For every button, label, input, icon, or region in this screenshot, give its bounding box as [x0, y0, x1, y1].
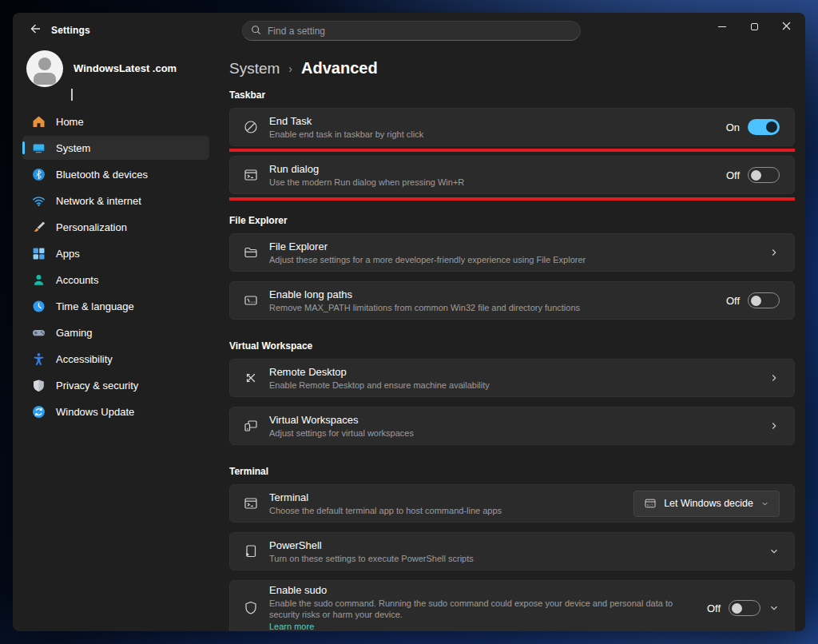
setting-card-end-task[interactable]: End Task Enable end task in taskbar by r… [229, 108, 795, 146]
setting-title: Enable long paths [269, 288, 720, 301]
setting-desc: Turn on these settings to execute PowerS… [269, 553, 762, 564]
setting-desc: Enable the sudo command. Running the sud… [269, 598, 701, 620]
setting-text: Enable long paths Remove MAX_PATH limita… [269, 288, 726, 313]
sidebar-item-label: Home [56, 116, 84, 128]
breadcrumb: System › Advanced [229, 59, 795, 81]
sidebar-item-home[interactable]: Home [22, 109, 209, 133]
search-box [242, 21, 581, 41]
sidebar-item-privacy-security[interactable]: Privacy & security [22, 373, 209, 397]
maximize-button[interactable] [738, 14, 770, 38]
sidebar-item-gaming[interactable]: Gaming [22, 320, 209, 344]
search-input[interactable] [268, 26, 572, 37]
setting-title: Remote Desktop [269, 366, 762, 379]
search-icon [251, 24, 261, 38]
home-icon [32, 115, 46, 129]
toggle-knob [732, 603, 742, 614]
windows-update-icon [32, 405, 46, 419]
long-paths-toggle[interactable] [748, 292, 780, 308]
sudo-toggle[interactable] [729, 600, 760, 616]
system-icon [32, 141, 46, 155]
end-task-icon [243, 119, 259, 135]
minimize-icon [718, 26, 726, 27]
toggle-knob [766, 121, 777, 133]
setting-card-powershell[interactable]: PowerShell Turn on these settings to exe… [229, 532, 795, 570]
network-icon [32, 194, 46, 208]
long-paths-icon [243, 292, 259, 308]
sidebar-item-label: Accounts [56, 274, 98, 286]
learn-more-link[interactable]: Learn more [269, 621, 314, 631]
setting-title: File Explorer [269, 241, 762, 253]
back-button[interactable] [23, 19, 47, 42]
setting-text: File Explorer Adjust these settings for … [269, 241, 768, 265]
sidebar-item-label: Windows Update [56, 406, 134, 418]
sidebar-item-personalization[interactable]: Personalization [22, 215, 209, 239]
end-task-toggle[interactable] [748, 119, 780, 135]
setting-card-enable-sudo[interactable]: Enable sudo Enable the sudo command. Run… [229, 580, 795, 631]
setting-text: Terminal Choose the default terminal app… [269, 491, 633, 516]
sidebar-item-label: Apps [56, 248, 80, 260]
setting-control: C:\ Let Windows decide [633, 491, 780, 517]
toggle-state-label: On [726, 121, 740, 133]
expand-chevron-down-icon[interactable] [768, 546, 780, 557]
minimize-button[interactable] [706, 14, 738, 38]
setting-card-virtual-workspaces[interactable]: Virtual Workspaces Adjust settings for v… [229, 407, 795, 445]
terminal-dropdown[interactable]: C:\ Let Windows decide [633, 491, 780, 517]
sidebar-item-system[interactable]: System [22, 136, 209, 160]
svg-text:C:\: C:\ [647, 503, 653, 507]
close-button[interactable] [770, 14, 802, 38]
setting-control: Off [726, 167, 780, 183]
privacy-security-icon [32, 379, 46, 392]
close-icon [782, 19, 791, 34]
accounts-icon [32, 273, 46, 287]
setting-card-run-dialog[interactable]: Run dialog Use the modern Run dialog whe… [229, 156, 795, 194]
bluetooth-icon [32, 168, 46, 181]
section-title-file-explorer: File Explorer [229, 215, 795, 226]
chevron-down-icon [760, 499, 769, 508]
expand-chevron-down-icon[interactable] [768, 602, 780, 614]
selection-indicator [22, 141, 25, 154]
toggle-state-label: Off [726, 169, 740, 181]
sidebar-item-label: Network & internet [56, 195, 141, 207]
back-arrow-icon [29, 22, 42, 38]
avatar[interactable] [26, 50, 63, 87]
sidebar-item-apps[interactable]: Apps [22, 241, 209, 265]
toggle-knob [751, 170, 761, 181]
maximize-icon [751, 23, 758, 30]
sudo-setting-wrap: Enable sudo Enable the sudo command. Run… [229, 580, 795, 631]
setting-card-enable-long-paths[interactable]: Enable long paths Remove MAX_PATH limita… [229, 281, 795, 320]
setting-card-remote-desktop[interactable]: Remote Desktop Enable Remote Desktop and… [229, 359, 795, 397]
sidebar-item-windows-update[interactable]: Windows Update [22, 400, 209, 423]
setting-control [768, 247, 780, 258]
gaming-icon [32, 326, 46, 340]
settings-content: System › Advanced Taskbar End Task Enabl… [229, 48, 795, 631]
sidebar-item-accessibility[interactable]: Accessibility [22, 347, 209, 371]
setting-control: Off [726, 292, 780, 308]
setting-control: Off [707, 600, 780, 616]
setting-text: Virtual Workspaces Adjust settings for v… [269, 414, 768, 439]
run-dialog-toggle[interactable] [748, 167, 780, 183]
setting-card-terminal[interactable]: Terminal Choose the default terminal app… [229, 484, 795, 523]
sidebar-item-label: Bluetooth & devices [56, 169, 148, 181]
sidebar-item-time-language[interactable]: Time & language [22, 294, 209, 318]
setting-title: Virtual Workspaces [269, 414, 762, 427]
sidebar-item-bluetooth-devices[interactable]: Bluetooth & devices [22, 162, 209, 186]
setting-desc: Adjust settings for virtual workspaces [269, 427, 762, 439]
setting-control [768, 420, 780, 431]
setting-title: PowerShell [269, 539, 762, 552]
avatar-shoulders [34, 73, 56, 85]
sidebar-item-network-internet[interactable]: Network & internet [22, 189, 209, 213]
section-title-terminal: Terminal [229, 466, 795, 477]
shield-icon [243, 600, 259, 616]
remote-desktop-icon [243, 370, 259, 386]
chevron-right-icon [768, 420, 780, 431]
setting-control [768, 546, 780, 557]
breadcrumb-root[interactable]: System [229, 60, 280, 78]
sidebar-item-accounts[interactable]: Accounts [22, 268, 209, 292]
section-title-taskbar: Taskbar [229, 89, 795, 101]
setting-card-file-explorer[interactable]: File Explorer Adjust these settings for … [229, 233, 795, 272]
sidebar-item-label: Gaming [56, 327, 93, 339]
terminal-icon [243, 495, 259, 511]
highlighted-setting: Run dialog Use the modern Run dialog whe… [229, 156, 795, 194]
toggle-state-label: Off [726, 295, 740, 307]
setting-control: On [726, 119, 780, 135]
